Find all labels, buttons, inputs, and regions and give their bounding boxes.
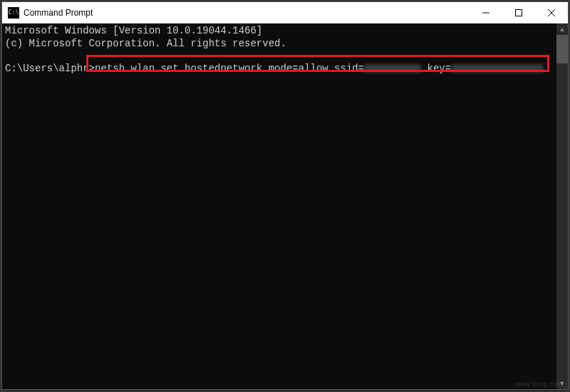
terminal-area: Microsoft Windows [Version 10.0.19044.14… xyxy=(2,24,568,389)
close-button[interactable] xyxy=(535,2,568,23)
scroll-track[interactable] xyxy=(556,35,568,378)
window-controls xyxy=(470,2,568,23)
titlebar[interactable]: C:\ Command Prompt xyxy=(2,2,568,24)
copyright-line: (c) Microsoft Corporation. All rights re… xyxy=(5,38,286,49)
vertical-scrollbar[interactable]: ▲ ▼ xyxy=(556,24,568,389)
maximize-icon xyxy=(515,9,522,16)
redacted-ssid xyxy=(364,64,421,73)
close-icon xyxy=(548,9,555,16)
maximize-button[interactable] xyxy=(502,2,535,23)
scroll-up-arrow-icon[interactable]: ▲ xyxy=(556,24,568,35)
command-text-1: netsh wlan set hostednetwork mode=allow … xyxy=(95,63,364,74)
minimize-button[interactable] xyxy=(470,2,502,23)
prompt: C:\Users\alphr> xyxy=(5,63,95,74)
minimize-icon xyxy=(482,9,489,16)
terminal-output[interactable]: Microsoft Windows [Version 10.0.19044.14… xyxy=(2,24,556,389)
command-text-2: key= xyxy=(421,63,451,74)
window-title: Command Prompt xyxy=(24,8,470,18)
version-line: Microsoft Windows [Version 10.0.19044.14… xyxy=(5,25,262,36)
redacted-key xyxy=(451,64,544,73)
watermark: www.0x2g.com xyxy=(515,381,563,388)
app-icon: C:\ xyxy=(8,7,19,19)
scroll-thumb[interactable] xyxy=(556,35,568,63)
svg-rect-1 xyxy=(516,9,522,16)
command-prompt-window: C:\ Command Prompt Microsoft Windows [Ve… xyxy=(1,1,569,390)
